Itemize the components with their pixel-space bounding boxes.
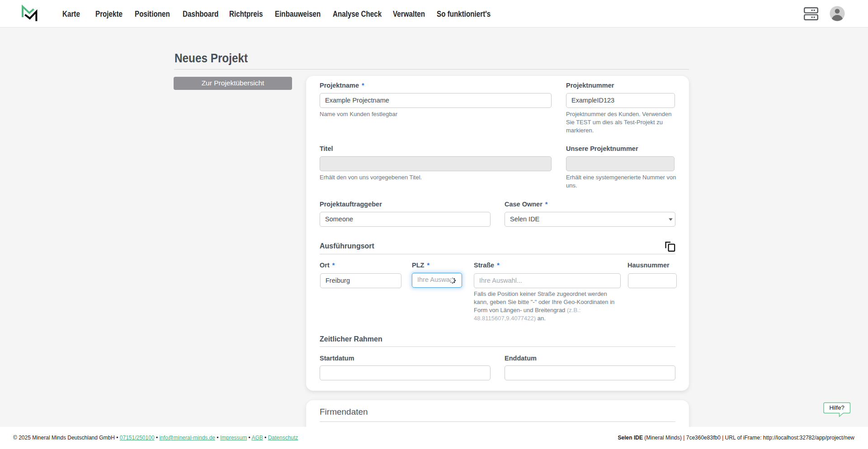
svg-text:Hilfe?: Hilfe? <box>829 404 844 411</box>
